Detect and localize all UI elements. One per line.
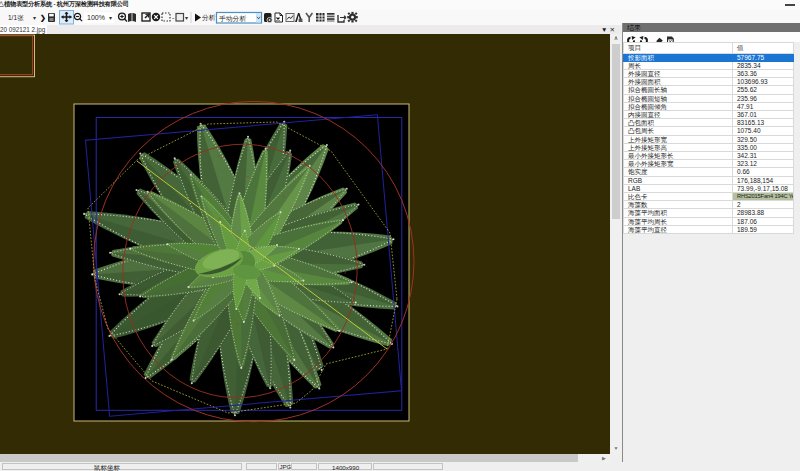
svg-text:❯: ❯: [40, 14, 46, 23]
svg-text:▾: ▾: [109, 15, 112, 21]
svg-text:1/1张: 1/1张: [8, 14, 24, 22]
svg-text:▾: ▾: [185, 15, 188, 21]
svg-text:手动分析: 手动分析: [219, 15, 246, 22]
svg-text:分析: 分析: [202, 14, 216, 21]
svg-text:100%: 100%: [87, 14, 105, 21]
svg-text:-: -: [172, 14, 175, 21]
svg-text:▾: ▾: [33, 15, 36, 21]
